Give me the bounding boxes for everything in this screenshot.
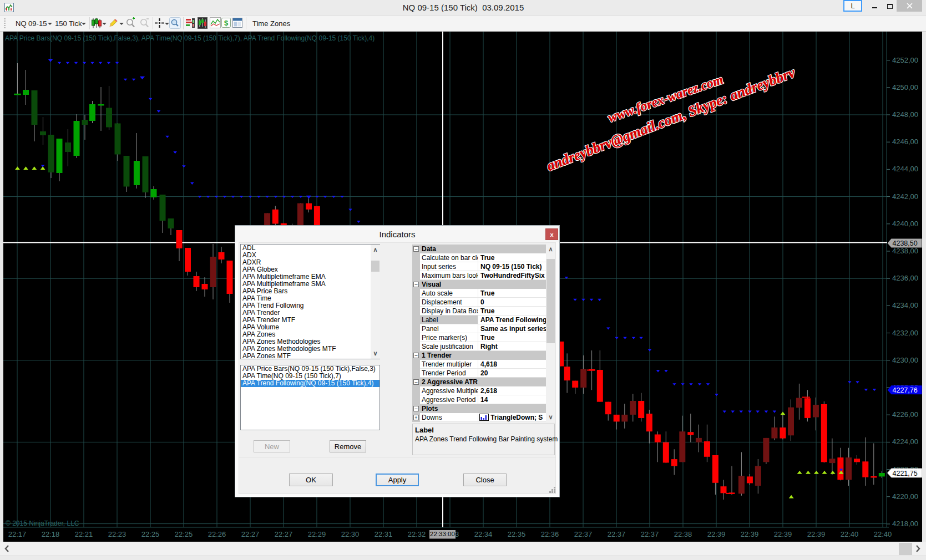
svg-text:APA Price Bars(NQ 09-15 (150 T: APA Price Bars(NQ 09-15 (150 Tick),False…: [5, 34, 375, 42]
svg-text:4238,50: 4238,50: [893, 240, 918, 247]
svg-text:22:32: 22:32: [408, 530, 426, 538]
svg-text:22:25: 22:25: [175, 530, 193, 538]
svg-text:$: $: [224, 19, 229, 27]
svg-text:andreybbrv@gmail.com, Skype: a: andreybbrv@gmail.com, Skype: andreybbrv: [544, 64, 797, 174]
svg-text:22:37: 22:37: [641, 530, 659, 538]
svg-text:22:21: 22:21: [75, 530, 93, 538]
svg-text:22:29: 22:29: [308, 530, 326, 538]
svg-text:4227,76: 4227,76: [893, 386, 918, 394]
svg-text:4252,00: 4252,00: [892, 56, 918, 64]
svg-text:22:27: 22:27: [275, 530, 293, 538]
svg-text:22:25: 22:25: [141, 530, 160, 538]
svg-text:22:37: 22:37: [608, 530, 626, 538]
svg-text:4240,00: 4240,00: [892, 220, 918, 228]
svg-text:4234,00: 4234,00: [892, 301, 918, 309]
svg-text:22:39: 22:39: [807, 530, 826, 538]
svg-text:4218,00: 4218,00: [892, 520, 918, 528]
svg-text:4232,00: 4232,00: [892, 329, 918, 337]
svg-text:4246,00: 4246,00: [892, 138, 918, 146]
svg-text:4244,00: 4244,00: [892, 165, 918, 173]
svg-text:22:39: 22:39: [774, 530, 792, 538]
svg-text:22:39: 22:39: [741, 530, 759, 538]
svg-text:22:37: 22:37: [574, 530, 593, 538]
svg-text:4220,00: 4220,00: [892, 492, 918, 501]
svg-text:4250,00: 4250,00: [892, 83, 918, 91]
svg-text:22:33:00: 22:33:00: [430, 531, 455, 537]
svg-text:4224,00: 4224,00: [892, 437, 918, 446]
svg-text:22:17: 22:17: [8, 530, 27, 538]
svg-text:22:27: 22:27: [241, 530, 260, 538]
svg-text:22:26: 22:26: [208, 530, 226, 538]
svg-text:22:31: 22:31: [375, 530, 393, 538]
svg-text:4226,00: 4226,00: [892, 410, 918, 419]
svg-text:22:35: 22:35: [508, 530, 526, 538]
svg-text:22:40: 22:40: [841, 530, 859, 538]
svg-text:4238,00: 4238,00: [892, 247, 918, 255]
svg-text:4230,00: 4230,00: [892, 356, 918, 364]
svg-text:22:38: 22:38: [674, 530, 692, 538]
svg-text:22:36: 22:36: [541, 530, 559, 538]
svg-text:4236,00: 4236,00: [892, 274, 918, 282]
svg-text:4242,00: 4242,00: [892, 192, 918, 201]
svg-text:4248,00: 4248,00: [892, 110, 918, 119]
svg-text:22:23: 22:23: [108, 530, 126, 538]
svg-text:22:40: 22:40: [874, 530, 892, 538]
svg-text:© 2015 NinjaTrader, LLC: © 2015 NinjaTrader, LLC: [6, 520, 79, 527]
svg-text:22:18: 22:18: [42, 530, 60, 538]
svg-text:22:34: 22:34: [474, 530, 493, 538]
svg-text:22:39: 22:39: [707, 530, 726, 538]
svg-text:22:30: 22:30: [341, 530, 360, 538]
svg-text:4221,75: 4221,75: [893, 470, 918, 477]
